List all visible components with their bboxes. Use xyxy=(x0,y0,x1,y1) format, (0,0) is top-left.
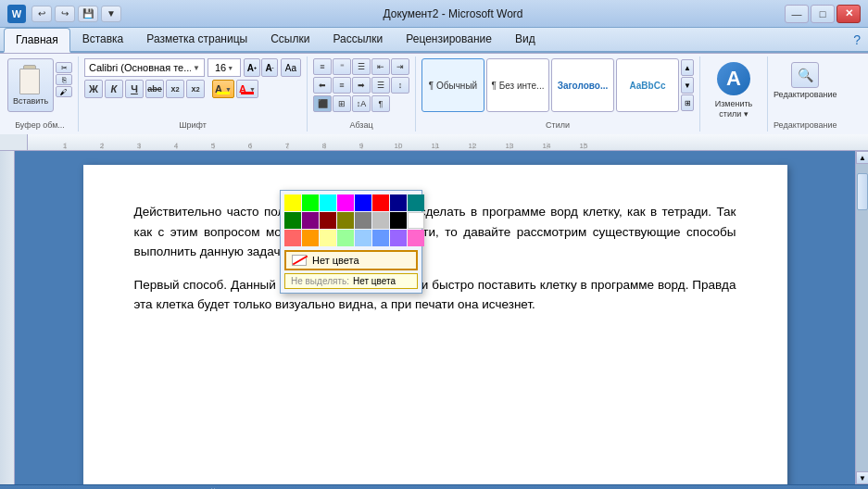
align-justify-button[interactable]: ☰ xyxy=(371,77,390,94)
underline-button[interactable]: Ч xyxy=(125,80,144,98)
font-row2: Ж К Ч abe х2 х2 А ▼ А xyxy=(84,80,301,98)
strikethrough-button[interactable]: abe xyxy=(145,80,164,98)
styles-more-button[interactable]: ⊞ xyxy=(681,94,694,111)
tab-view[interactable]: Вид xyxy=(504,28,547,51)
editing-controls: 🔍 Редактирование xyxy=(776,58,835,103)
styles-scroll-up-button[interactable]: ▲ xyxy=(681,59,694,76)
align-right-button[interactable]: ➡ xyxy=(352,77,371,94)
no-color-icon xyxy=(292,255,307,266)
scroll-thumb[interactable] xyxy=(857,173,868,210)
ruler-mark-2: 2 xyxy=(83,142,120,150)
editing-button[interactable]: 🔍 Редактирование xyxy=(780,62,831,99)
ruler-mark-3: 3 xyxy=(120,142,157,150)
color-periwinkle[interactable] xyxy=(372,230,389,246)
line-spacing-button[interactable]: ↕ xyxy=(391,77,409,94)
superscript-button[interactable]: х2 xyxy=(186,80,205,98)
color-black[interactable] xyxy=(390,212,407,229)
color-dark-green[interactable] xyxy=(284,212,301,229)
ruler-mark-7: 7 xyxy=(269,142,306,150)
list-number-button[interactable]: ⁼ xyxy=(333,58,351,75)
color-pink[interactable] xyxy=(408,230,424,246)
vertical-scrollbar[interactable]: ▲ ▼ xyxy=(855,151,868,484)
styles-group-label: Стили xyxy=(546,119,570,130)
scroll-up-button[interactable]: ▲ xyxy=(856,151,868,164)
show-formatting-button[interactable]: ¶ xyxy=(371,95,390,112)
copy-button[interactable]: ⎘ xyxy=(56,74,72,85)
tab-review[interactable]: Рецензирование xyxy=(395,28,503,51)
sort-button[interactable]: ↕A xyxy=(352,95,371,112)
close-button[interactable]: ✕ xyxy=(837,5,861,23)
styles-scroll-down-button[interactable]: ▼ xyxy=(681,77,694,94)
tab-references[interactable]: Ссылки xyxy=(259,28,321,51)
ruler-mark-6: 6 xyxy=(232,142,269,150)
font-size-dropdown[interactable]: 16 ▼ xyxy=(208,58,241,77)
qs-dropdown-button[interactable]: ▼ xyxy=(101,6,121,22)
maximize-button[interactable]: □ xyxy=(811,5,835,23)
style-no-spacing[interactable]: ¶ Без инте... xyxy=(486,58,549,112)
highlight-color-button[interactable]: А ▼ xyxy=(212,80,234,98)
subscript-button[interactable]: х2 xyxy=(166,80,184,98)
color-light-green[interactable] xyxy=(337,230,354,246)
save-button[interactable]: 💾 xyxy=(78,6,98,22)
change-styles-button[interactable]: A Изменить стили ▾ xyxy=(706,58,761,123)
clear-format-button[interactable]: Аа xyxy=(281,58,301,77)
color-silver[interactable] xyxy=(372,212,389,229)
window-title: Документ2 - Microsoft Word xyxy=(383,7,522,20)
scroll-down-button[interactable]: ▼ xyxy=(856,471,868,484)
color-cyan[interactable] xyxy=(320,194,336,211)
color-orange[interactable] xyxy=(302,230,319,246)
font-size-decrease-button[interactable]: A- xyxy=(261,58,278,77)
undo-button[interactable]: ↩ xyxy=(31,6,52,22)
list-multilevel-button[interactable]: ☰ xyxy=(352,58,371,75)
color-white[interactable] xyxy=(408,212,424,229)
color-yellow[interactable] xyxy=(284,194,301,211)
color-magenta[interactable] xyxy=(337,194,354,211)
color-teal[interactable] xyxy=(408,194,424,211)
bold-button[interactable]: Ж xyxy=(84,80,103,98)
page[interactable]: Действительно часто пользователям требуе… xyxy=(83,165,787,484)
color-dark-red[interactable] xyxy=(320,212,336,229)
ruler-mark-5: 5 xyxy=(195,142,232,150)
scroll-track[interactable] xyxy=(856,164,868,471)
align-left-button[interactable]: ⬅ xyxy=(313,77,332,94)
color-light-yellow[interactable] xyxy=(320,230,336,246)
color-bright-green[interactable] xyxy=(302,194,319,211)
color-violet[interactable] xyxy=(390,230,407,246)
color-sky-blue[interactable] xyxy=(355,230,371,246)
indent-increase-button[interactable]: ⇥ xyxy=(391,58,409,75)
color-blue[interactable] xyxy=(355,194,371,211)
color-light-red[interactable] xyxy=(284,230,301,246)
indent-decrease-button[interactable]: ⇤ xyxy=(371,58,390,75)
list-bullet-button[interactable]: ≡ xyxy=(313,58,332,75)
minimize-button[interactable]: — xyxy=(785,5,809,23)
style-normal[interactable]: ¶ Обычный xyxy=(421,58,484,112)
borders-button[interactable]: ⊞ xyxy=(333,95,351,112)
color-purple[interactable] xyxy=(302,212,319,229)
shading-button[interactable]: ⬛ xyxy=(313,95,332,112)
font-size-increase-button[interactable]: A+ xyxy=(244,58,260,77)
italic-button[interactable]: К xyxy=(105,80,123,98)
paste-button[interactable]: Вставить xyxy=(7,58,54,112)
tab-mailings[interactable]: Рассылки xyxy=(321,28,394,51)
tab-home[interactable]: Главная xyxy=(4,28,70,53)
color-olive[interactable] xyxy=(337,212,354,229)
styles-group-content: ¶ Обычный ¶ Без инте... Заголово... AaBb… xyxy=(421,58,694,119)
help-button[interactable]: ? xyxy=(846,29,868,51)
color-dark-gray[interactable] xyxy=(355,212,371,229)
tab-page-layout[interactable]: Разметка страницы xyxy=(135,28,258,51)
color-dark-blue[interactable] xyxy=(390,194,407,211)
tab-insert[interactable]: Вставка xyxy=(71,28,135,51)
no-color-button[interactable]: Нет цвета xyxy=(284,250,418,270)
redo-button[interactable]: ↪ xyxy=(55,6,75,22)
align-center-button[interactable]: ≡ xyxy=(333,77,351,94)
quick-access-toolbar: ↩ ↪ 💾 ▼ xyxy=(31,6,121,22)
font-name-dropdown[interactable]: Calibri (Основная те... ▼ xyxy=(84,58,205,77)
style-heading2-label: AaBbCc xyxy=(630,81,666,91)
cut-button[interactable]: ✂ xyxy=(56,62,72,73)
ruler-mark-13: 13 xyxy=(491,142,528,150)
font-color-button[interactable]: А ▼ xyxy=(236,80,258,98)
style-heading1[interactable]: Заголово... xyxy=(551,58,614,112)
color-red[interactable] xyxy=(372,194,389,211)
style-heading2[interactable]: AaBbCc xyxy=(616,58,679,112)
format-painter-button[interactable]: 🖌 xyxy=(56,86,72,97)
